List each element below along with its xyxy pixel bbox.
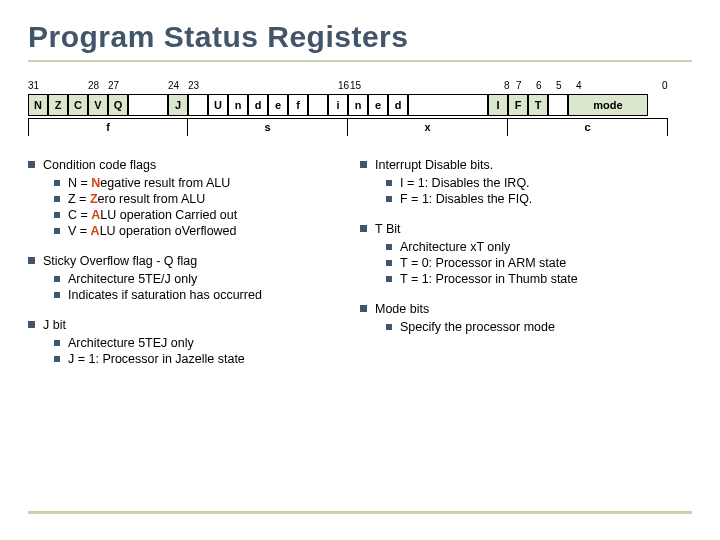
bullet-icon	[54, 276, 60, 282]
psr-gap4	[408, 94, 488, 116]
tbit-i3: T = 1: Processor in Thumb state	[400, 272, 578, 286]
bullet-icon	[54, 180, 60, 186]
q-i1: Architecture 5TE/J only	[68, 272, 197, 286]
psr-e20: e	[268, 94, 288, 116]
psr-v: V	[88, 94, 108, 116]
bit-6: 6	[536, 80, 542, 91]
bullet-icon	[54, 356, 60, 362]
psr-u23: U	[208, 94, 228, 116]
t-bit-title: T Bit	[375, 222, 400, 236]
bit-0: 0	[662, 80, 668, 91]
psr-f19: f	[288, 94, 308, 116]
bullet-icon	[386, 324, 392, 330]
psr-i: I	[488, 94, 508, 116]
psr-gap1	[128, 94, 168, 116]
bullet-icon	[54, 292, 60, 298]
psr-n17: n	[348, 94, 368, 116]
q-i2: Indicates if saturation has occurred	[68, 288, 262, 302]
field-x: x	[348, 118, 508, 136]
section-mode-bits: Mode bits Specify the processor mode	[360, 302, 692, 334]
psr-j: J	[168, 94, 188, 116]
cond-z: Z = Zero result from ALU	[68, 192, 205, 206]
psr-n22: n	[228, 94, 248, 116]
bit-4: 4	[576, 80, 582, 91]
bullet-icon	[28, 257, 35, 264]
psr-q: Q	[108, 94, 128, 116]
cond-n: N = Negative result from ALU	[68, 176, 230, 190]
section-j-bit: J bit Architecture 5TEJ only J = 1: Proc…	[28, 318, 360, 366]
bullet-icon	[386, 244, 392, 250]
section-int-disable: Interrupt Disable bits. I = 1: Disables …	[360, 158, 692, 206]
j-i1: Architecture 5TEJ only	[68, 336, 194, 350]
bullet-icon	[28, 161, 35, 168]
psr-gap5	[548, 94, 568, 116]
bit-31: 31	[28, 80, 39, 91]
left-column: Condition code flags N = Negative result…	[28, 158, 360, 382]
bullet-icon	[360, 161, 367, 168]
j-i2: J = 1: Processor in Jazelle state	[68, 352, 245, 366]
psr-diagram: 31 28 27 24 23 16 15 8 7 6 5 4 0 N Z C V…	[28, 80, 668, 136]
psr-gap2	[188, 94, 208, 116]
psr-c: C	[68, 94, 88, 116]
bullet-icon	[54, 228, 60, 234]
tbit-i2: T = 0: Processor in ARM state	[400, 256, 566, 270]
field-s: s	[188, 118, 348, 136]
mode-bits-title: Mode bits	[375, 302, 429, 316]
bit-7: 7	[516, 80, 522, 91]
field-f: f	[28, 118, 188, 136]
bit-23: 23	[188, 80, 199, 91]
divider	[28, 60, 692, 62]
bit-8: 8	[504, 80, 510, 91]
tbit-i1: Architecture xT only	[400, 240, 510, 254]
bullet-icon	[360, 305, 367, 312]
cond-v: V = ALU operation oVerflowed	[68, 224, 237, 238]
bit-28: 28	[88, 80, 99, 91]
section-cond-flags: Condition code flags N = Negative result…	[28, 158, 360, 238]
bullet-icon	[54, 212, 60, 218]
bullet-icon	[28, 321, 35, 328]
bit-24: 24	[168, 80, 179, 91]
footer-divider	[28, 511, 692, 514]
psr-n: N	[28, 94, 48, 116]
psr-t: T	[528, 94, 548, 116]
int-disable-title: Interrupt Disable bits.	[375, 158, 493, 172]
field-c: c	[508, 118, 668, 136]
intd-i: I = 1: Disables the IRQ.	[400, 176, 530, 190]
cond-c: C = ALU operation Carried out	[68, 208, 237, 222]
bullet-icon	[386, 180, 392, 186]
bit-5: 5	[556, 80, 562, 91]
psr-f: F	[508, 94, 528, 116]
psr-z: Z	[48, 94, 68, 116]
psr-e16: e	[368, 94, 388, 116]
cond-flags-title: Condition code flags	[43, 158, 156, 172]
bit-27: 27	[108, 80, 119, 91]
psr-mode: mode	[568, 94, 648, 116]
bullet-icon	[386, 260, 392, 266]
bit-15: 15	[350, 80, 361, 91]
j-bit-title: J bit	[43, 318, 66, 332]
bullet-icon	[54, 196, 60, 202]
bullet-icon	[360, 225, 367, 232]
bullet-icon	[54, 340, 60, 346]
page-title: Program Status Registers	[28, 20, 692, 54]
mode-i1: Specify the processor mode	[400, 320, 555, 334]
psr-d15: d	[388, 94, 408, 116]
bullet-icon	[386, 196, 392, 202]
section-t-bit: T Bit Architecture xT only T = 0: Proces…	[360, 222, 692, 286]
q-flag-title: Sticky Overflow flag - Q flag	[43, 254, 197, 268]
bullet-icon	[386, 276, 392, 282]
intd-f: F = 1: Disables the FIQ.	[400, 192, 532, 206]
psr-d21: d	[248, 94, 268, 116]
right-column: Interrupt Disable bits. I = 1: Disables …	[360, 158, 692, 382]
psr-i18: i	[328, 94, 348, 116]
section-q-flag: Sticky Overflow flag - Q flag Architectu…	[28, 254, 360, 302]
bit-16: 16	[338, 80, 349, 91]
psr-gap3	[308, 94, 328, 116]
